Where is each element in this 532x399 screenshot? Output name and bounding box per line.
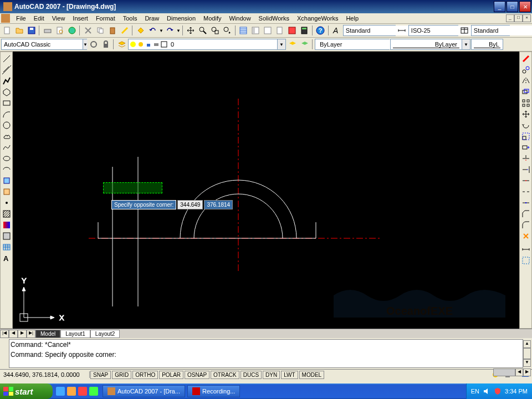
menu-insert[interactable]: Insert xyxy=(69,14,92,23)
plot-button[interactable] xyxy=(42,25,53,37)
redo-button[interactable] xyxy=(164,25,176,37)
tab-layout2[interactable]: Layout2 xyxy=(90,330,120,338)
color-combo[interactable]: ▼ xyxy=(315,39,390,50)
undo-drop[interactable]: ▼ xyxy=(159,28,163,33)
layer-manager-button[interactable] xyxy=(116,39,127,50)
menu-format[interactable]: Format xyxy=(92,14,119,23)
workspace-settings-button[interactable] xyxy=(88,39,99,50)
tab-layout1[interactable]: Layout1 xyxy=(60,330,90,338)
menu-view[interactable]: View xyxy=(48,14,69,23)
new-button[interactable] xyxy=(1,25,13,37)
scroll-track[interactable] xyxy=(523,348,531,359)
dyn-toggle[interactable]: DYN xyxy=(263,371,280,379)
polygon-tool[interactable] xyxy=(1,86,12,98)
sheetset-button[interactable] xyxy=(274,25,286,37)
quickcalc-button[interactable] xyxy=(299,25,310,37)
system-clock[interactable]: 3:34 PM xyxy=(505,388,528,395)
ellipse-tool[interactable] xyxy=(1,153,12,164)
tray-shield-icon[interactable] xyxy=(494,387,502,395)
tool-palettes-button[interactable] xyxy=(262,25,274,37)
revcloud-tool[interactable] xyxy=(1,131,12,142)
qselect-tool[interactable] xyxy=(520,255,531,266)
spline-tool[interactable] xyxy=(1,142,12,153)
redo-drop[interactable]: ▼ xyxy=(176,28,181,33)
hscroll-track[interactable] xyxy=(493,369,515,376)
menu-xchangeworks[interactable]: XchangeWorks xyxy=(293,14,342,23)
minimize-button[interactable]: _ xyxy=(494,1,505,12)
gradient-tool[interactable] xyxy=(1,219,12,231)
workspace-combo[interactable]: ▼ xyxy=(1,39,87,50)
menu-modify[interactable]: Modify xyxy=(200,14,225,23)
copy-button[interactable] xyxy=(94,25,106,37)
layer-drop-icon[interactable]: ▼ xyxy=(277,39,285,49)
workspace-drop-icon[interactable]: ▼ xyxy=(83,39,88,49)
point-tool[interactable] xyxy=(1,197,12,208)
workspace-input[interactable] xyxy=(2,39,83,49)
media-icon[interactable] xyxy=(78,387,87,396)
tab-next[interactable]: ▶ xyxy=(18,330,27,338)
model-toggle[interactable]: MODEL xyxy=(299,371,325,379)
close-button[interactable]: ✕ xyxy=(519,1,531,12)
chamfer-tool[interactable] xyxy=(520,208,531,219)
properties-button[interactable] xyxy=(238,25,249,37)
mirror-tool[interactable] xyxy=(520,75,531,86)
menu-edit[interactable]: Edit xyxy=(30,14,48,23)
ellipse-arc-tool[interactable] xyxy=(1,164,12,175)
rotate-tool[interactable] xyxy=(520,120,531,131)
linetype-combo[interactable]: ByLayer ▼ xyxy=(390,39,470,50)
trim-tool[interactable] xyxy=(520,153,531,164)
match-button[interactable] xyxy=(119,25,130,37)
table-style-combo[interactable] xyxy=(471,25,510,36)
mdi-restore[interactable]: □ xyxy=(514,14,523,22)
text-style-icon[interactable]: A xyxy=(331,25,342,37)
color-input[interactable] xyxy=(318,39,398,49)
save-button[interactable] xyxy=(25,25,37,37)
workspace-lock-button[interactable] xyxy=(100,39,111,50)
app-icon-ql[interactable] xyxy=(89,387,98,396)
table-style-input[interactable] xyxy=(472,25,532,35)
restore-button[interactable]: □ xyxy=(507,1,518,12)
tab-first[interactable]: |◀ xyxy=(0,330,9,338)
coordinates-display[interactable]: 344.6490, 376.1814, 0.0000 xyxy=(1,371,90,378)
menu-window[interactable]: Window xyxy=(225,14,254,23)
dim-style-icon[interactable] xyxy=(396,25,408,37)
menu-draw[interactable]: Draw xyxy=(141,14,163,23)
arc-tool[interactable] xyxy=(1,109,12,120)
desktop-icon[interactable] xyxy=(67,387,76,396)
array-tool[interactable] xyxy=(520,98,531,109)
layer-previous-button[interactable] xyxy=(287,39,298,50)
design-center-button[interactable] xyxy=(250,25,262,37)
ortho-toggle[interactable]: ORTHO xyxy=(132,371,158,379)
paste-button[interactable] xyxy=(106,25,118,37)
offset-tool[interactable] xyxy=(520,86,531,98)
publish-button[interactable] xyxy=(66,25,78,37)
layer-state-button[interactable] xyxy=(299,39,310,50)
erase-tool[interactable] xyxy=(520,53,531,64)
tab-last[interactable]: ▶| xyxy=(27,330,35,338)
copy-tool[interactable] xyxy=(520,64,531,75)
taskbar-recording[interactable]: Recording... xyxy=(187,385,240,397)
pline-tool[interactable] xyxy=(1,75,12,86)
markup-button[interactable] xyxy=(287,25,298,37)
otrack-toggle[interactable]: OTRACK xyxy=(211,371,239,379)
tab-model[interactable]: Model xyxy=(35,330,60,338)
join-tool[interactable] xyxy=(520,197,531,208)
command-window[interactable]: Command: *Cancel* Command: Specify oppos… xyxy=(9,339,523,368)
explode-tool[interactable] xyxy=(520,231,531,242)
taskbar-autocad[interactable]: AutoCAD 2007 - [Dra... xyxy=(103,385,185,397)
menu-dimension[interactable]: Dimension xyxy=(163,14,200,23)
stretch-tool[interactable] xyxy=(520,142,531,153)
layer-combo[interactable]: ▼ xyxy=(128,39,286,50)
help-button[interactable]: ? xyxy=(315,25,326,37)
text-style-combo[interactable]: ▼ xyxy=(343,25,396,36)
break-tool[interactable] xyxy=(520,186,531,197)
menu-help[interactable]: Help xyxy=(342,14,362,23)
distance-tool[interactable] xyxy=(520,244,531,255)
hatch-tool[interactable] xyxy=(1,208,12,219)
scroll-up-button[interactable]: ▲ xyxy=(523,340,531,348)
mdi-close[interactable]: × xyxy=(523,14,531,22)
block-editor-button[interactable] xyxy=(135,25,146,37)
rectangle-tool[interactable] xyxy=(1,98,12,109)
make-block-tool[interactable] xyxy=(1,186,12,197)
move-tool[interactable] xyxy=(520,109,531,120)
